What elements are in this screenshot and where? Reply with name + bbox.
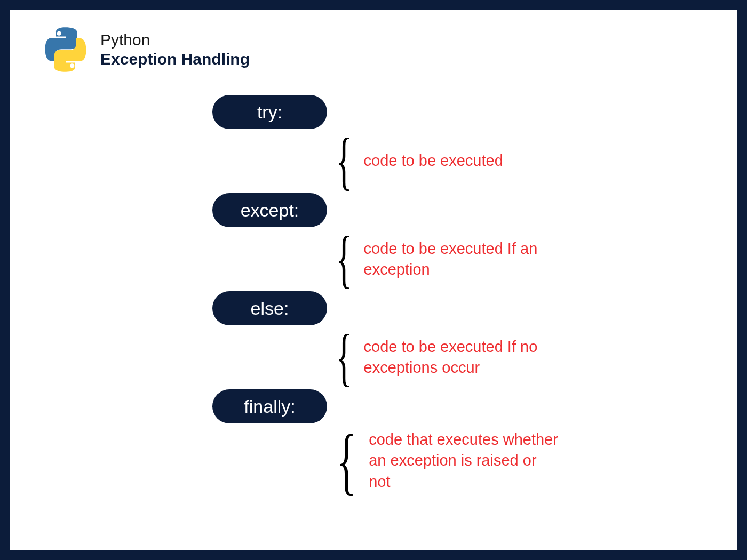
desc-row-finally: { code that executes whether an exceptio… xyxy=(329,423,716,498)
brace-icon: { xyxy=(336,129,353,193)
desc-except: code to be executed If an exception xyxy=(364,238,556,280)
keyword-try-label: try: xyxy=(257,102,282,123)
header-subtitle: Python xyxy=(100,31,250,49)
header: Python Exception Handling xyxy=(42,26,716,74)
keyword-else: else: xyxy=(212,291,327,325)
exception-diagram: try: { code to be executed except: { cod… xyxy=(212,95,716,498)
header-text: Python Exception Handling xyxy=(100,31,250,68)
keyword-else-label: else: xyxy=(251,298,289,319)
keyword-except-label: except: xyxy=(241,200,299,221)
keyword-try: try: xyxy=(212,95,327,129)
python-logo-icon xyxy=(42,26,90,74)
keyword-except: except: xyxy=(212,193,327,227)
brace-icon: { xyxy=(337,423,356,498)
desc-else: code to be executed If no exceptions occ… xyxy=(364,337,556,378)
desc-row-except: { code to be executed If an exception xyxy=(329,227,716,291)
brace-icon: { xyxy=(336,325,353,389)
diagram-canvas: Python Exception Handling try: { code to… xyxy=(10,10,737,550)
desc-try: code to be executed xyxy=(364,150,503,171)
desc-row-try: { code to be executed xyxy=(329,129,716,193)
keyword-finally: finally: xyxy=(212,389,327,423)
brace-icon: { xyxy=(336,227,353,291)
desc-finally: code that executes whether an exception … xyxy=(369,429,561,492)
desc-row-else: { code to be executed If no exceptions o… xyxy=(329,325,716,389)
keyword-finally-label: finally: xyxy=(244,396,295,417)
header-title: Exception Handling xyxy=(100,50,250,68)
